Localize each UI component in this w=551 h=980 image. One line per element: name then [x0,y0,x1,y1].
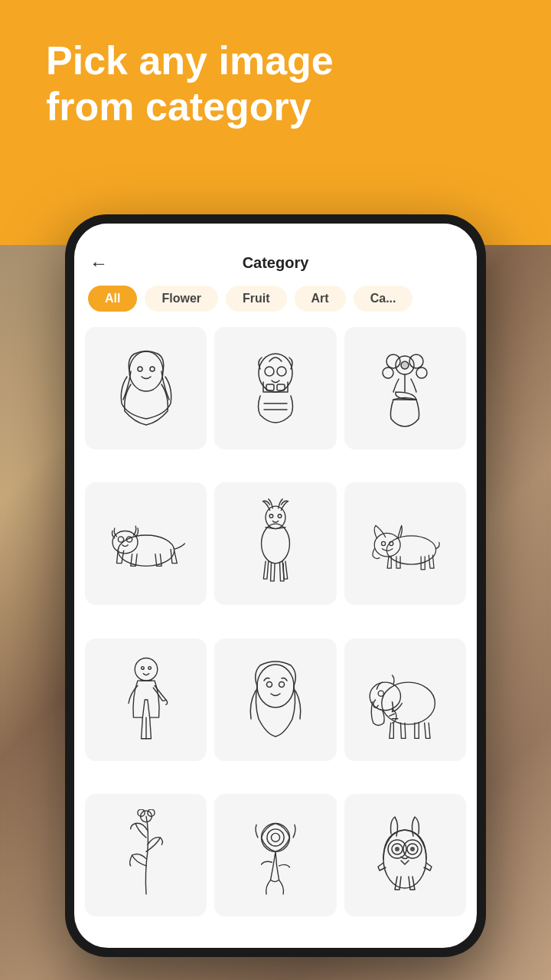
phone-frame: ← Category All Flower Fruit Art Ca... [65,214,486,957]
filter-row: All Flower Fruit Art Ca... [74,279,477,321]
svg-point-10 [409,354,423,368]
svg-point-0 [129,351,163,391]
grid-item-rose-ornament[interactable] [214,794,336,916]
svg-point-30 [266,681,272,687]
filter-fruit[interactable]: Fruit [226,286,287,312]
svg-point-16 [118,537,123,542]
hero-title: Pick any image from category [46,38,429,130]
svg-point-40 [271,833,279,841]
svg-point-9 [386,354,400,368]
svg-point-21 [278,514,282,518]
image-grid [74,321,477,948]
grid-item-owl[interactable] [344,794,466,916]
status-bar [74,224,477,247]
svg-point-20 [269,514,273,518]
grid-item-dog[interactable] [344,482,466,605]
svg-point-22 [387,536,436,564]
svg-point-19 [266,506,285,529]
svg-point-38 [262,823,290,851]
filter-all[interactable]: All [88,286,137,312]
svg-point-2 [150,367,155,371]
back-button[interactable]: ← [90,253,108,274]
grid-item-flower-vase[interactable] [344,327,466,449]
svg-point-13 [401,361,409,369]
grid-item-deer[interactable] [214,482,336,605]
nav-bar: ← Category [74,247,477,279]
svg-point-39 [267,829,284,846]
filter-ca[interactable]: Ca... [354,286,413,312]
filter-flower[interactable]: Flower [145,286,218,312]
svg-point-1 [138,367,142,371]
grid-item-girl-portrait[interactable] [214,639,336,761]
svg-point-47 [410,847,415,851]
svg-point-46 [395,847,399,851]
svg-point-28 [148,666,151,669]
svg-point-32 [382,682,435,724]
grid-item-elephant[interactable] [344,639,466,761]
grid-item-boy-figure[interactable] [85,639,207,761]
svg-point-27 [141,666,144,669]
svg-point-34 [378,691,383,696]
phone-screen: ← Category All Flower Fruit Art Ca... [74,224,477,948]
svg-point-31 [279,681,284,687]
phone-wrapper: ← Category All Flower Fruit Art Ca... [65,214,486,957]
svg-point-12 [416,368,427,378]
grid-item-woman-portrait[interactable] [85,327,207,449]
page-title: Category [243,254,309,272]
svg-point-11 [383,368,393,378]
svg-point-24 [382,542,386,546]
filter-art[interactable]: Art [295,286,346,312]
svg-point-18 [262,524,290,564]
svg-point-6 [265,367,274,376]
svg-point-29 [257,665,294,707]
grid-item-flower-branch[interactable] [85,794,207,916]
grid-item-skull-rock[interactable] [214,327,336,449]
grid-item-panther[interactable] [85,482,207,605]
svg-point-26 [135,658,158,681]
svg-point-33 [370,682,400,710]
svg-point-7 [277,367,286,376]
